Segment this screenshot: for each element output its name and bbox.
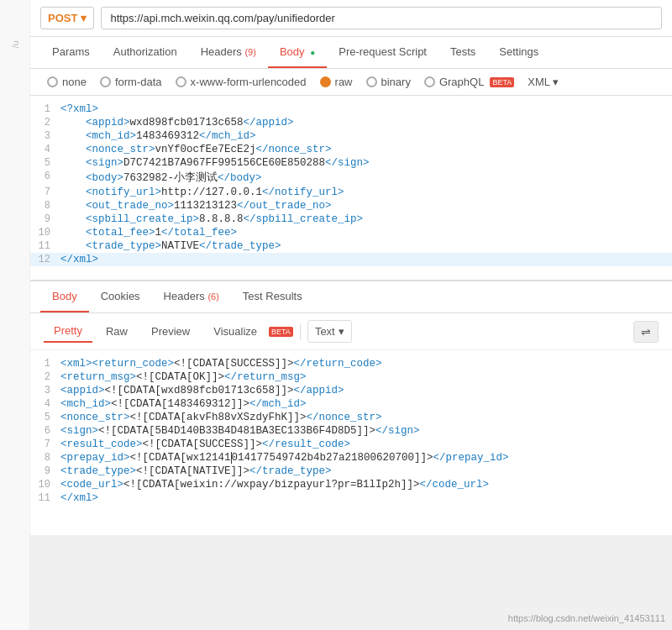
- body-type-bar: none form-data x-www-form-urlencoded raw…: [30, 69, 672, 96]
- req-line-3: 3 <mch_id>1483469312</mch_id>: [30, 129, 672, 143]
- resp-line-7: 7 <result_code><![CDATA[SUCCESS]]></resu…: [30, 438, 672, 451]
- resp-line-1: 1 <xml><return_code><![CDATA[SUCCESS]]><…: [30, 357, 672, 370]
- radio-formdata-icon: [100, 76, 111, 87]
- response-tab-test-results[interactable]: Test Results: [231, 281, 314, 312]
- body-type-binary[interactable]: binary: [366, 76, 411, 88]
- resp-line-9: 9 <trade_type><![CDATA[NATIVE]]></trade_…: [30, 465, 672, 478]
- text-format-selector[interactable]: Text ▾: [307, 320, 352, 343]
- resp-line-4: 4 <mch_id><![CDATA[1483469312]]></mch_id…: [30, 397, 672, 411]
- tab-headers[interactable]: Headers (9): [189, 37, 268, 68]
- tab-authorization[interactable]: Authorization: [102, 37, 189, 68]
- method-selector[interactable]: POST ▾: [40, 7, 94, 29]
- method-chevron-icon: ▾: [81, 12, 87, 24]
- url-input[interactable]: [101, 7, 662, 29]
- watermark: https://blog.csdn.net/weixin_41453111: [508, 613, 665, 623]
- resp-line-2: 2 <return_msg><![CDATA[OK]]></return_msg…: [30, 370, 672, 384]
- radio-urlencoded-icon: [176, 76, 186, 87]
- req-line-12: 12 </xml>: [30, 253, 672, 266]
- radio-raw-icon: [320, 76, 331, 87]
- resp-line-10: 10 <code_url><![CDATA[weixin://wxpay/biz…: [30, 478, 672, 491]
- visualize-beta-badge: BETA: [269, 327, 293, 337]
- req-line-7: 7 <notify_url>http://127.0.0.1</notify_u…: [30, 186, 672, 199]
- body-type-raw[interactable]: raw: [320, 76, 353, 88]
- body-type-formdata[interactable]: form-data: [100, 76, 162, 88]
- req-line-10: 10 <total_fee>1</total_fee>: [30, 226, 672, 239]
- tab-params[interactable]: Params: [40, 37, 102, 68]
- method-label: POST: [48, 12, 77, 24]
- tab-settings[interactable]: Settings: [487, 37, 550, 68]
- req-line-1: 1 <?xml>: [30, 102, 672, 116]
- resp-line-8: 8 <prepay_id><![CDATA[wx1214101417754974…: [30, 451, 672, 465]
- raw-button[interactable]: Raw: [96, 321, 138, 342]
- request-bar: POST ▾: [30, 0, 672, 37]
- req-line-4: 4 <nonce_str>vnYf0ocfEe7EcE2j</nonce_str…: [30, 143, 672, 156]
- response-tabs-bar: Body Cookies Headers (6) Test Results: [30, 281, 672, 313]
- body-type-none[interactable]: none: [47, 76, 87, 88]
- request-tabs-bar: Params Authorization Headers (9) Body ● …: [30, 37, 672, 69]
- request-body-editor[interactable]: 1 <?xml> 2 <appid>wxd898fcb01713c658</ap…: [30, 96, 672, 281]
- req-line-8: 8 <out_trade_no>1113213123</out_trade_no…: [30, 199, 672, 213]
- resp-line-3: 3 <appid><![CDATA[wxd898fcb01713c658]]><…: [30, 384, 672, 397]
- sidebar-label: /u: [10, 40, 20, 48]
- preview-button[interactable]: Preview: [141, 321, 200, 342]
- radio-graphql-icon: [424, 76, 435, 87]
- visualize-button[interactable]: Visualize: [203, 321, 267, 342]
- wrap-lines-button[interactable]: ⇌: [633, 321, 659, 343]
- req-line-6: 6 <body>7632982-小李测试</body>: [30, 170, 672, 186]
- response-tab-body[interactable]: Body: [40, 281, 89, 312]
- response-tab-headers[interactable]: Headers (6): [152, 281, 231, 312]
- response-tab-cookies[interactable]: Cookies: [89, 281, 152, 312]
- resp-line-11: 11 </xml>: [30, 491, 672, 505]
- body-type-urlencoded[interactable]: x-www-form-urlencoded: [176, 76, 307, 88]
- radio-none-icon: [47, 76, 58, 87]
- text-chevron-icon: ▾: [339, 325, 344, 338]
- xml-chevron-icon: ▾: [553, 76, 559, 88]
- response-toolbar: Pretty Raw Preview Visualize BETA Text ▾…: [30, 313, 672, 350]
- resp-line-5: 5 <nonce_str><![CDATA[akvFh88vXSzdyFhK]]…: [30, 411, 672, 424]
- req-line-5: 5 <sign>D7C7421B7A967FF995156CE60E850288…: [30, 156, 672, 170]
- toolbar-divider: [300, 323, 301, 340]
- pretty-button[interactable]: Pretty: [44, 320, 92, 343]
- body-dot-icon: ●: [310, 48, 315, 57]
- xml-format-selector[interactable]: XML ▾: [528, 76, 559, 88]
- req-line-11: 11 <trade_type>NATIVE</trade_type>: [30, 239, 672, 253]
- graphql-beta-badge: BETA: [490, 77, 514, 87]
- response-body-editor: 1 <xml><return_code><![CDATA[SUCCESS]]><…: [30, 350, 672, 535]
- radio-binary-icon: [366, 76, 377, 87]
- resp-line-6: 6 <sign><![CDATA[5B4D140B33B4D481BA3EC13…: [30, 424, 672, 438]
- response-headers-badge: (6): [207, 291, 218, 302]
- tab-pre-request[interactable]: Pre-request Script: [327, 37, 438, 68]
- tab-tests[interactable]: Tests: [438, 37, 487, 68]
- body-type-graphql[interactable]: GraphQL BETA: [424, 76, 514, 88]
- tab-body[interactable]: Body ●: [268, 37, 327, 68]
- req-line-2: 2 <appid>wxd898fcb01713c658</appid>: [30, 116, 672, 129]
- req-line-9: 9 <spbill_create_ip>8.8.8.8</spbill_crea…: [30, 213, 672, 226]
- headers-badge: (9): [244, 47, 255, 57]
